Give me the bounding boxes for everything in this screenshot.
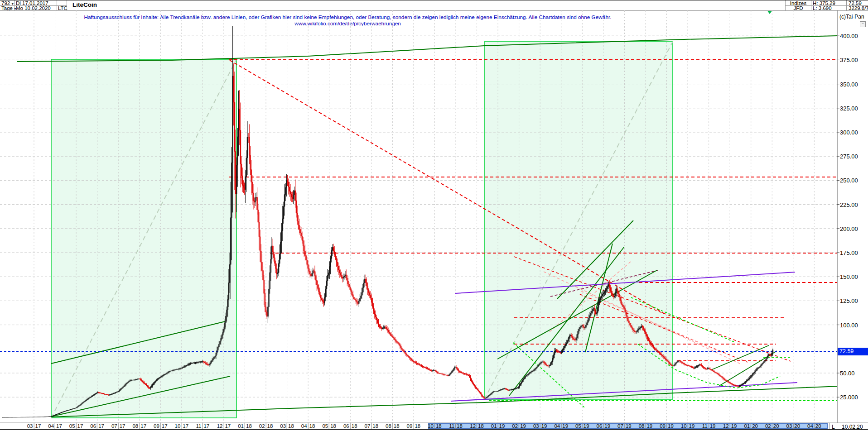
- x-axis-label: 0918: [407, 423, 421, 429]
- month-tick: [455, 423, 456, 429]
- month-tick: [308, 423, 309, 429]
- taipan-chart-window: { "header": { "bar_count": "792", "perio…: [0, 0, 868, 431]
- x-axis-label: 0917: [154, 423, 168, 429]
- month-tick: [477, 423, 477, 429]
- month-tick: [202, 423, 203, 429]
- x-axis-label: 1118: [449, 423, 463, 429]
- x-axis-label: 0417: [48, 423, 62, 429]
- month-tick: [392, 423, 393, 429]
- price-chart: [0, 0, 868, 431]
- x-axis-label: 0719: [617, 423, 632, 429]
- month-tick: [772, 423, 772, 429]
- y-axis-label: 175.00: [840, 249, 858, 256]
- x-axis-label: 0318: [280, 423, 294, 429]
- x-axis-label: 0317: [27, 423, 41, 429]
- x-axis-label: 0120: [744, 423, 758, 429]
- trend-top: [17, 36, 837, 62]
- x-axis-label: 1019: [681, 423, 695, 429]
- x-axis-label: 0220: [765, 423, 779, 429]
- x-axis-label: 0617: [90, 423, 104, 429]
- month-tick: [582, 423, 583, 429]
- y-axis-label: 225.00: [840, 201, 858, 208]
- month-tick: [730, 423, 730, 429]
- y-axis-label: 200.00: [840, 225, 858, 232]
- x-axis-label: 0618: [343, 423, 357, 429]
- y-axis-label: 400.00: [840, 33, 858, 39]
- month-tick: [287, 423, 287, 429]
- month-tick: [666, 423, 667, 429]
- month-tick: [245, 423, 245, 429]
- x-axis-label: 0818: [386, 423, 400, 429]
- x-axis-label: 0419: [554, 423, 568, 429]
- month-tick: [371, 423, 371, 429]
- x-axis-label: 0119: [491, 423, 505, 429]
- month-tick: [498, 423, 498, 429]
- y-axis-label: 375.00: [840, 57, 858, 63]
- y-axis-label: 25.000: [840, 394, 858, 401]
- x-axis-label: 0819: [639, 423, 653, 429]
- x-axis-label: 0619: [597, 423, 611, 429]
- month-tick: [540, 423, 540, 429]
- x-axis-label: 0517: [69, 423, 83, 429]
- x-axis-label: 0118: [238, 423, 252, 429]
- x-axis-label: 1117: [196, 423, 210, 429]
- month-tick: [223, 423, 224, 429]
- axis-bottom-border: [0, 429, 868, 430]
- month-tick: [118, 423, 119, 429]
- x-axis-label: 0218: [259, 423, 273, 429]
- month-tick: [814, 423, 815, 429]
- month-tick: [519, 423, 519, 429]
- x-axis-label: 1218: [470, 423, 484, 429]
- x-axis-label: 1119: [702, 423, 716, 429]
- month-tick: [329, 423, 329, 429]
- month-tick: [603, 423, 603, 429]
- y-axis-label: 250.00: [840, 177, 858, 184]
- plot-area: [0, 10, 839, 423]
- month-tick: [350, 423, 351, 429]
- y-axis-label: 100.00: [840, 322, 858, 329]
- x-axis-label: 1017: [175, 423, 189, 429]
- x-axis-label: 0420: [807, 423, 821, 429]
- x-axis-label: 0219: [512, 423, 526, 429]
- month-tick: [624, 423, 625, 429]
- x-axis-label: 0519: [575, 423, 589, 429]
- x-axis-label: 0320: [786, 423, 800, 429]
- x-axis-label: 0418: [301, 423, 315, 429]
- last-price-badge: 72.59: [838, 348, 868, 355]
- month-tick: [266, 423, 266, 429]
- month-tick: [76, 423, 77, 429]
- x-axis-label: 1219: [723, 423, 737, 429]
- y-axis-label: 150.00: [840, 273, 858, 280]
- y-axis-label: 325.00: [840, 105, 858, 112]
- month-tick: [645, 423, 646, 429]
- y-axis-label: 350.00: [840, 81, 858, 88]
- y-axis-label: 300.00: [840, 129, 858, 136]
- month-tick: [55, 423, 55, 429]
- month-tick: [413, 423, 414, 429]
- x-axis-label: 0518: [322, 423, 336, 429]
- y-axis-label: 125.00: [840, 297, 858, 304]
- month-tick: [34, 423, 34, 429]
- month-tick: [181, 423, 182, 429]
- x-axis-label: 0717: [111, 423, 125, 429]
- month-tick: [160, 423, 161, 429]
- axis-divider: [829, 423, 829, 429]
- month-tick: [139, 423, 140, 429]
- x-axis-label: 0817: [132, 423, 146, 429]
- x-axis-label: 0319: [533, 423, 547, 429]
- month-tick: [793, 423, 793, 429]
- y-axis-label: 50.00: [840, 370, 855, 377]
- month-tick: [561, 423, 561, 429]
- x-axis-label: 0919: [660, 423, 674, 429]
- month-tick: [688, 423, 688, 429]
- x-axis-label: 1217: [217, 423, 231, 429]
- y-axis-label: 275.00: [840, 153, 858, 160]
- x-axis-label: 0718: [365, 423, 379, 429]
- month-tick: [434, 423, 435, 429]
- x-axis-label: 1018: [428, 423, 442, 429]
- month-tick: [751, 423, 751, 429]
- month-tick: [97, 423, 97, 429]
- month-tick: [709, 423, 709, 429]
- x-axis: 0317041705170617071708170917101711171217…: [0, 423, 868, 429]
